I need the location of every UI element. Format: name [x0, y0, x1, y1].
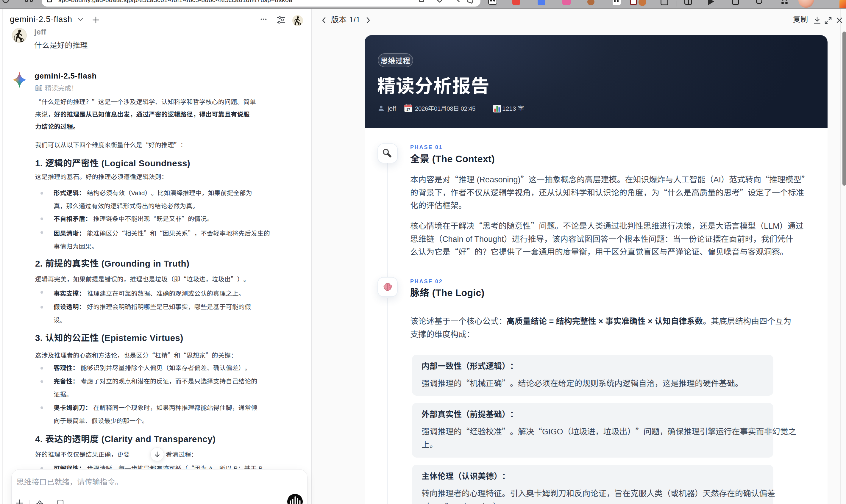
svg-text:17: 17 — [406, 108, 410, 111]
